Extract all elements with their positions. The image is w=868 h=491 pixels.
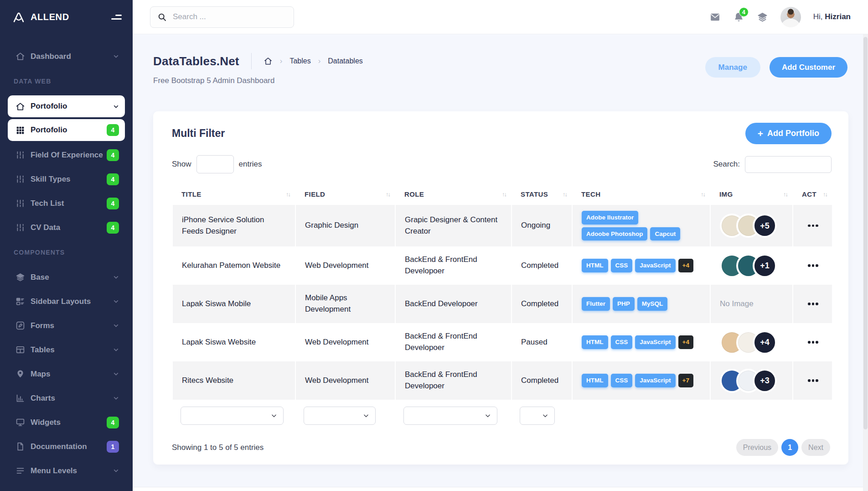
sidebar-item[interactable]: Documentation 1: [8, 434, 125, 459]
sidebar-item[interactable]: Menu Levels: [8, 459, 125, 483]
cell-actions: [793, 323, 832, 361]
tech-badge: CSS: [611, 374, 633, 387]
scrollbar[interactable]: [863, 34, 868, 491]
manage-button[interactable]: Manage: [705, 57, 760, 78]
previous-page-button[interactable]: Previous: [736, 439, 778, 456]
home-icon[interactable]: [264, 57, 273, 66]
sidebar-item-badge: 4: [107, 222, 119, 234]
row-actions-button[interactable]: [802, 299, 824, 309]
brand-mark-icon: [12, 10, 26, 24]
add-customer-button[interactable]: Add Customer: [770, 57, 847, 78]
sidebar-item-label: Sidebar Layouts: [31, 297, 113, 306]
user-greeting[interactable]: Hi, Hizrian: [813, 12, 851, 21]
sidebar-item[interactable]: Charts: [8, 386, 125, 410]
sidebar-item-label: Maps: [31, 370, 113, 379]
current-page-button[interactable]: 1: [781, 439, 798, 456]
field-filter-select[interactable]: [304, 407, 376, 425]
tech-badge: Adoobe Photoshop: [582, 227, 647, 241]
chevron-down-icon: [113, 395, 119, 401]
sidebar-toggle-icon[interactable]: [111, 13, 122, 21]
sidebar-item[interactable]: Tech List 4: [8, 191, 125, 215]
avatar[interactable]: [780, 7, 801, 27]
divider: [251, 53, 252, 69]
cell-role: BackEnd Developoer: [395, 285, 512, 323]
chevron-down-icon: [542, 413, 548, 419]
row-actions-button[interactable]: [802, 337, 824, 347]
column-header[interactable]: FIELD ↑↓: [295, 183, 395, 205]
sidebar-item-label: Field Of Experience: [31, 151, 107, 160]
notifications-icon[interactable]: 4: [733, 11, 744, 23]
sidebar-item[interactable]: Skill Types 4: [8, 167, 125, 191]
tech-badge: CSS: [611, 335, 633, 349]
sidebar-item-label: Documentation: [31, 442, 107, 451]
column-header[interactable]: ACT ↑↓: [793, 183, 832, 205]
tech-badge: JavaScript: [635, 374, 675, 387]
cell-title: iPhone Service Solution Feeds Designer: [172, 205, 295, 246]
sidebar-item[interactable]: Base: [8, 265, 125, 289]
sidebar-item[interactable]: Portofolio: [8, 95, 125, 117]
breadcrumb-tables[interactable]: Tables: [289, 57, 310, 65]
cell-status: Completed: [512, 246, 572, 285]
sidebar-item[interactable]: Field Of Experience 4: [8, 143, 125, 167]
card-title: Multi Filter: [172, 127, 225, 140]
status-filter-select[interactable]: [520, 407, 555, 425]
sort-icon: ↑↓: [502, 191, 506, 198]
global-search: [150, 6, 294, 28]
image-thumbnails: +5: [720, 214, 784, 238]
tech-badge: Adobe Ilustrator: [582, 211, 638, 225]
messages-icon[interactable]: [709, 11, 721, 23]
cell-img: +1: [710, 246, 793, 285]
column-header[interactable]: ROLE ↑↓: [395, 183, 512, 205]
brand-name: ALLEND: [31, 12, 69, 22]
sort-icon: ↑↓: [286, 191, 290, 198]
sidebar-item[interactable]: Dashboard: [8, 44, 125, 68]
row-actions-button[interactable]: [802, 221, 824, 231]
column-header[interactable]: IMG ↑↓: [710, 183, 793, 205]
desktop-icon: [15, 417, 26, 428]
sliders-icon: [15, 174, 26, 185]
sidebar-item[interactable]: Tables: [8, 338, 125, 362]
table-search-input[interactable]: [745, 156, 832, 173]
sidebar-item-badge: 4: [107, 124, 119, 136]
chevron-down-icon: [113, 347, 119, 353]
cell-title: Kelurahan Patemon Website: [172, 246, 295, 285]
column-header[interactable]: TITLE ↑↓: [172, 183, 295, 205]
column-header[interactable]: STATUS ↑↓: [512, 183, 572, 205]
row-actions-button[interactable]: [802, 261, 824, 271]
chevron-down-icon: [113, 298, 119, 304]
plus-icon: +: [758, 129, 763, 138]
tech-badge: HTML: [582, 335, 608, 349]
scrollbar-thumb[interactable]: [863, 37, 868, 429]
sidebar-item[interactable]: Portofolio 4: [8, 119, 125, 141]
add-portfolio-button[interactable]: + Add Portfolio: [745, 123, 832, 144]
tech-more-badge: +4: [678, 259, 693, 272]
page-subtitle: Free Bootstrap 5 Admin Dashboard: [153, 76, 363, 85]
sidebar-item[interactable]: Maps: [8, 362, 125, 386]
sort-icon: ↑↓: [823, 191, 827, 198]
search-input[interactable]: [173, 12, 287, 21]
breadcrumb-datatables[interactable]: Datatables: [328, 57, 363, 65]
sidebar-section-label: COMPONENTS: [0, 240, 133, 265]
logo-area: ALLEND: [0, 0, 133, 34]
cell-tech: HTMLCSSJavaScript +7: [572, 361, 710, 400]
layers-menu-icon[interactable]: [757, 11, 768, 23]
sidebar-item-label: Base: [31, 273, 113, 282]
cell-actions: [793, 246, 832, 285]
next-page-button[interactable]: Next: [801, 439, 830, 456]
chevron-down-icon: [113, 468, 119, 474]
cell-status: Completed: [512, 361, 572, 400]
chart-icon: [15, 393, 26, 404]
role-filter-select[interactable]: [403, 407, 497, 425]
tech-badge: MySQL: [637, 297, 668, 311]
cell-field: Mobile Apps Development: [295, 285, 395, 323]
title-filter-select[interactable]: [181, 407, 284, 425]
sidebar-item[interactable]: Sidebar Layouts: [8, 289, 125, 313]
sidebar-item[interactable]: CV Data 4: [8, 215, 125, 240]
sidebar-item[interactable]: Forms: [8, 313, 125, 338]
show-entries-input[interactable]: [196, 155, 234, 173]
row-actions-button[interactable]: [802, 376, 824, 386]
showing-entries-label: Showing 1 to 5 of 5 entries: [172, 443, 264, 452]
sidebar-item[interactable]: Widgets 4: [8, 410, 125, 434]
column-header[interactable]: TECH ↑↓: [572, 183, 710, 205]
topbar: 4 Hi, Hizrian: [133, 0, 868, 34]
